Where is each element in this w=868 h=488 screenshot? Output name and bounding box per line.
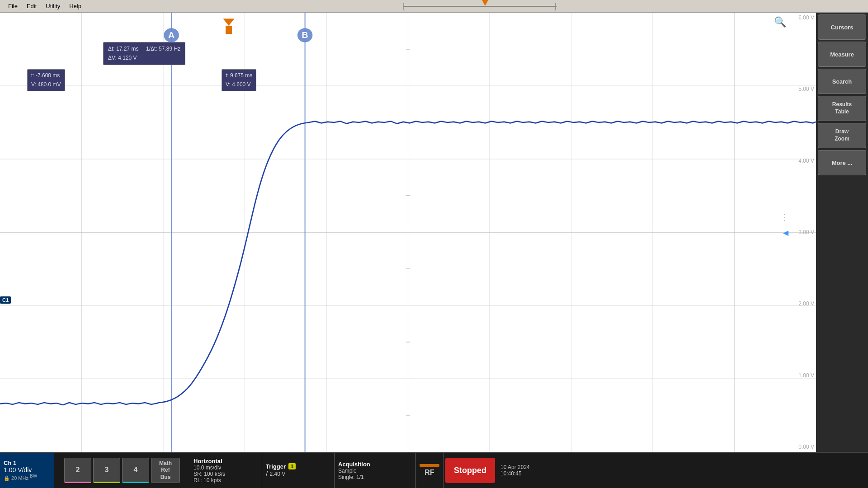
y-label-3v: 3.00 V [797,229,814,235]
trigger-level: 2.40 V [269,471,285,477]
trigger-slope-icon: / [266,470,268,478]
oscilloscope-grid: A B [0,13,816,452]
right-panel: Cursors Measure Search Results Table Dra… [816,13,868,452]
y-label-6v: 6.00 V [797,14,814,21]
svg-text:B: B [302,31,308,40]
y-label-5v: 5.00 V [797,86,814,92]
cursors-button[interactable]: Cursors [818,14,866,40]
magnifier-icon[interactable]: 🔍 [774,16,786,28]
oscilloscope-area: A B Δt: 17.27 ms [0,13,816,452]
acquisition-cell[interactable]: Acquisition Sample Single: 1/1 [335,453,416,488]
menu-bar: File Edit Utility Help [ ] [0,0,868,13]
date-label: 10 Apr 2024 [500,464,538,470]
rf-label: RF [420,469,439,477]
rf-bar [420,464,439,467]
acquisition-single: Single: 1/1 [338,474,412,480]
trigger-label: Trigger [266,463,286,470]
bracket-right-icon: ] [554,1,557,11]
draw-zoom-button[interactable]: Draw Zoom [818,123,866,148]
trigger-channel-badge: 1 [288,463,296,469]
results-table-button[interactable]: Results Table [818,96,866,121]
ch3-button[interactable]: 3 [93,458,120,483]
menu-help[interactable]: Help [65,2,86,10]
svg-rect-30 [226,26,232,34]
measure-button[interactable]: Measure [818,42,866,67]
y-label-4v: 4.00 V [797,158,814,164]
datetime-cell: 10 Apr 2024 10:40:45 [497,453,542,488]
time-label: 10:40:45 [500,470,538,477]
bracket-left-icon: [ [403,1,405,11]
three-dots-icon[interactable]: ⋮ [781,215,789,221]
cursor-b-info: t: 9.675 ms V: 4.600 V [222,69,256,91]
more-button[interactable]: More ... [818,150,866,175]
ch1-bw-info: 🔒 20 MHz BW [4,474,50,481]
acquisition-mode: Sample [338,468,412,474]
c1-marker[interactable]: C1 [0,296,11,304]
horizontal-record-length: RL: 10 kpts [193,477,258,483]
cursor-delta-v: ΔV: 4.120 V [108,53,180,62]
cursor-delta-t: Δt: 17.27 ms 1/Δt: 57.89 Hz [108,44,180,53]
cursor-delta-box: Δt: 17.27 ms 1/Δt: 57.89 Hz ΔV: 4.120 V [103,42,185,65]
horizontal-sample-rate: SR: 100 kS/s [193,471,258,477]
horizontal-time-div: 10.0 ms/div [193,465,258,471]
ch1-vdiv: 1.00 V/div [4,466,50,474]
ch2-button[interactable]: 2 [64,458,91,483]
acquisition-label: Acquisition [338,461,412,468]
ch4-button[interactable]: 4 [122,458,149,483]
stopped-button[interactable]: Stopped [445,458,495,483]
ch1-cell[interactable]: Ch 1 1.00 V/div 🔒 20 MHz BW [0,453,54,488]
y-label-1v: 1.00 V [797,372,814,379]
horizontal-cell[interactable]: Horizontal 10.0 ms/div SR: 100 kS/s RL: … [190,453,262,488]
trigger-cell[interactable]: Trigger 1 / 2.40 V [262,453,335,488]
plot-wrapper: A B Δt: 17.27 ms [0,13,816,452]
y-label-0v: 0.00 V [797,444,814,450]
trigger-area: [ ] [95,1,864,12]
search-button[interactable]: Search [818,69,866,94]
menu-edit[interactable]: Edit [22,2,41,10]
trigger-marker-icon [482,0,488,6]
horizontal-label: Horizontal [193,458,258,465]
svg-text:A: A [168,31,175,40]
rf-cell[interactable]: RF [416,453,443,488]
cursor-a-info: t: -7.600 ms V: 480.0 mV [27,69,65,91]
ch1-label: Ch 1 [4,460,50,466]
math-ref-bus-button[interactable]: Math Ref Bus [151,458,180,483]
main-content: A B Δt: 17.27 ms [0,13,868,452]
status-bar: Ch 1 1.00 V/div 🔒 20 MHz BW 2 3 4 Math R… [0,452,868,488]
y-axis-labels: 6.00 V 5.00 V 4.00 V 3.00 V 2.00 V 1.00 … [797,13,814,452]
menu-file[interactable]: File [4,2,22,10]
menu-utility[interactable]: Utility [41,2,65,10]
right-arrow-icon: ◄ [781,228,790,238]
y-label-2v: 2.00 V [797,300,814,307]
